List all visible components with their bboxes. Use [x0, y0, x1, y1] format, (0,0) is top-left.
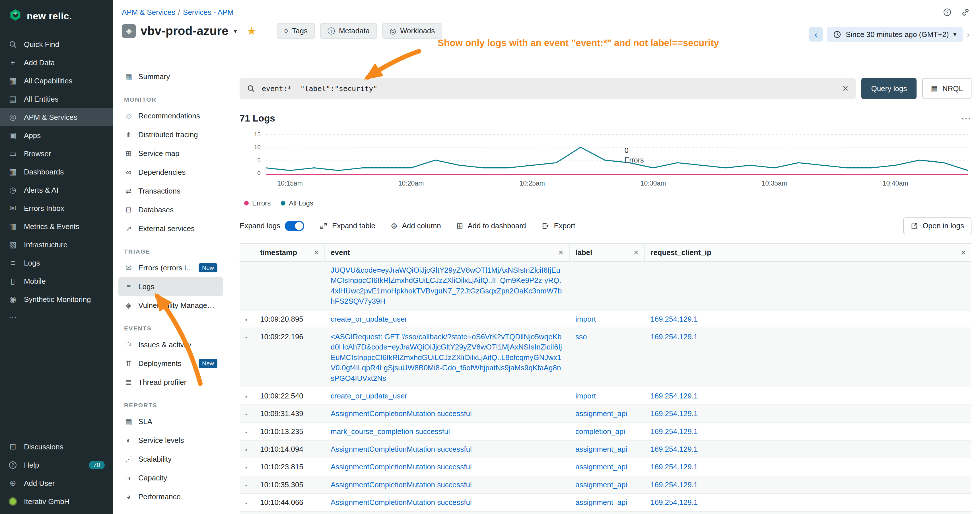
log-row[interactable]: ▪10:10:23.815AssignmentCompletionMutatio…: [240, 458, 972, 476]
event-link[interactable]: JUQVU&code=eyJraWQiOiJjcGltY29yZV8wOTl1M…: [331, 266, 562, 306]
entity-sidebar-item-logs[interactable]: ≡Logs: [118, 277, 223, 296]
query-logs-button[interactable]: Query logs: [861, 78, 916, 99]
log-row[interactable]: ▪10:09:22.540create_or_update_userimport…: [240, 387, 972, 405]
sidebar-item-add-user[interactable]: ⊕Add User: [0, 474, 113, 492]
sidebar-item-alerts-ai[interactable]: ◷Alerts & AI: [0, 181, 113, 199]
ip-link[interactable]: 169.254.129.1: [651, 463, 698, 471]
label-link[interactable]: sso: [575, 333, 587, 341]
breadcrumb-link-services-apm[interactable]: Services - APM: [183, 8, 234, 16]
remove-column-icon[interactable]: ×: [956, 248, 966, 257]
row-marker-cell[interactable]: ▪: [240, 458, 255, 475]
workloads-button[interactable]: ◎ Workloads: [382, 23, 442, 39]
breadcrumb-link-apm-services[interactable]: APM & Services: [122, 8, 175, 16]
time-range-button[interactable]: Since 30 minutes ago (GMT+2) ▾: [827, 27, 963, 42]
label-link[interactable]: import: [575, 391, 596, 400]
entity-sidebar-item-service-levels[interactable]: ◐Service levels: [118, 431, 223, 450]
nrql-button[interactable]: ▤ NRQL: [922, 78, 972, 99]
event-link[interactable]: AssignmentCompletionMutation successful: [331, 445, 472, 454]
log-row[interactable]: ▪10:09:20.895create_or_update_userimport…: [240, 310, 972, 328]
label-link[interactable]: assignment_api: [575, 409, 627, 418]
row-marker-cell[interactable]: [240, 261, 255, 310]
metadata-button[interactable]: ⓘ Metadata: [320, 23, 377, 39]
time-back-button[interactable]: ‹: [809, 27, 823, 41]
log-row[interactable]: ▪10:09:31.439AssignmentCompletionMutatio…: [240, 405, 972, 423]
label-link[interactable]: assignment_api: [575, 445, 627, 454]
event-link[interactable]: AssignmentCompletionMutation successful: [331, 498, 472, 507]
entity-sidebar-item-errors-errors-inb[interactable]: ✉Errors (errors inb...New: [118, 258, 223, 277]
row-marker-cell[interactable]: ▪: [240, 387, 255, 404]
sidebar-item-apm-services[interactable]: ◎APM & Services: [0, 108, 113, 126]
event-link[interactable]: <ASGIRequest: GET '/sso/callback/?state=…: [331, 333, 562, 382]
sidebar-item-all-entities[interactable]: ▤All Entities: [0, 90, 113, 108]
ip-link[interactable]: 169.254.129.1: [651, 481, 698, 489]
log-row[interactable]: ▪10:10:35.305AssignmentCompletionMutatio…: [240, 476, 972, 494]
logs-query-input[interactable]: [261, 84, 837, 93]
label-link[interactable]: assignment_api: [575, 463, 627, 471]
ip-link[interactable]: 169.254.129.1: [651, 409, 698, 418]
column-header-timestamp[interactable]: timestamp×: [255, 244, 325, 261]
sidebar-item-add-data[interactable]: +Add Data: [0, 54, 113, 72]
add-to-dashboard-button[interactable]: ⊞ Add to dashboard: [457, 221, 526, 230]
sidebar-item-errors-inbox[interactable]: ✉Errors Inbox: [0, 199, 113, 218]
sidebar-item-dashboards[interactable]: ▦Dashboards: [0, 163, 113, 181]
row-marker-cell[interactable]: ▪: [240, 405, 255, 422]
remove-column-icon[interactable]: ×: [554, 248, 563, 257]
row-marker-cell[interactable]: ▪: [240, 328, 255, 387]
open-in-logs-button[interactable]: Open in logs: [903, 218, 972, 234]
sidebar-item-metrics-events[interactable]: ▥Metrics & Events: [0, 218, 113, 236]
row-marker-cell[interactable]: ▪: [240, 476, 255, 493]
entity-sidebar-item-thread-profiler[interactable]: ≣Thread profiler: [118, 373, 223, 391]
entity-switcher-chevron-icon[interactable]: ▾: [234, 27, 237, 35]
sidebar-item-more[interactable]: ⋯: [0, 309, 113, 327]
column-header-label[interactable]: label×: [570, 244, 645, 261]
entity-sidebar-item-distributed-tracing[interactable]: ⋔Distributed tracing: [118, 125, 223, 144]
legend-item-all-logs[interactable]: All Logs: [281, 199, 313, 207]
sidebar-item-help[interactable]: ?Help70: [0, 456, 113, 474]
tags-button[interactable]: ◊ Tags: [277, 23, 315, 39]
sidebar-item-apps[interactable]: ▣Apps: [0, 126, 113, 145]
expand-table-button[interactable]: Expand table: [320, 221, 375, 230]
expand-logs-toggle[interactable]: [285, 221, 304, 231]
entity-sidebar-item-recommendations[interactable]: ◇Recommendations: [118, 107, 223, 125]
event-link[interactable]: mark_course_completion successful: [331, 427, 450, 436]
legend-item-errors[interactable]: Errors: [244, 199, 270, 207]
log-row[interactable]: ▪10:10:49.051mark_course_completion succ…: [240, 512, 972, 514]
sidebar-item-browser[interactable]: ▭Browser: [0, 145, 113, 163]
sidebar-item-synthetic-monitoring[interactable]: ◉Synthetic Monitoring: [0, 290, 113, 309]
entity-sidebar-item-issues-activity[interactable]: ⚐Issues & activity: [118, 335, 223, 354]
entity-sidebar-item-deployments[interactable]: ⇈DeploymentsNew: [118, 354, 223, 373]
permalink-icon[interactable]: [961, 8, 970, 16]
ip-link[interactable]: 169.254.129.1: [651, 391, 698, 400]
expand-logs-control[interactable]: Expand logs: [240, 221, 304, 231]
entity-sidebar-item-scalability[interactable]: ⋰Scalability: [118, 450, 223, 468]
logo-row[interactable]: new relic.: [0, 0, 113, 29]
logs-search-bar[interactable]: ×: [240, 78, 856, 99]
ip-link[interactable]: 169.254.129.1: [651, 315, 698, 323]
label-link[interactable]: assignment_api: [575, 481, 627, 489]
export-button[interactable]: Export: [541, 221, 575, 230]
label-link[interactable]: assignment_api: [575, 498, 627, 507]
event-link[interactable]: create_or_update_user: [331, 315, 407, 323]
event-link[interactable]: AssignmentCompletionMutation successful: [331, 409, 472, 418]
remove-column-icon[interactable]: ×: [629, 248, 638, 257]
ip-link[interactable]: 169.254.129.1: [651, 333, 698, 341]
entity-sidebar-item-databases[interactable]: ⊟Databases: [118, 201, 223, 219]
help-circle-icon[interactable]: ?: [943, 8, 951, 16]
sidebar-item-discussions[interactable]: ⊡Discussions: [0, 438, 113, 456]
sidebar-item-infrastructure[interactable]: ▧Infrastructure: [0, 236, 113, 254]
entity-sidebar-item-transactions[interactable]: ⇄Transactions: [118, 181, 223, 201]
entity-sidebar-item-vulnerability-management[interactable]: ◈Vulnerability Management: [118, 296, 223, 315]
row-marker-cell[interactable]: ▪: [240, 441, 255, 458]
log-row[interactable]: ▪10:10:14.094AssignmentCompletionMutatio…: [240, 441, 972, 458]
event-link[interactable]: create_or_update_user: [331, 391, 407, 400]
label-link[interactable]: completion_api: [575, 427, 625, 436]
entity-sidebar-item-summary[interactable]: ▦Summary: [118, 67, 223, 86]
row-marker-cell[interactable]: ▪: [240, 310, 255, 328]
sidebar-item-logs[interactable]: ≡Logs: [0, 254, 113, 272]
row-marker-cell[interactable]: ▪: [240, 512, 255, 514]
remove-column-icon[interactable]: ×: [309, 248, 319, 257]
add-column-button[interactable]: ⊕ Add column: [391, 221, 441, 230]
entity-sidebar-item-sla[interactable]: ▤SLA: [118, 412, 223, 431]
event-link[interactable]: AssignmentCompletionMutation successful: [331, 481, 472, 489]
sidebar-item-iterativ-gmbh[interactable]: Iterativ GmbH: [0, 492, 113, 511]
